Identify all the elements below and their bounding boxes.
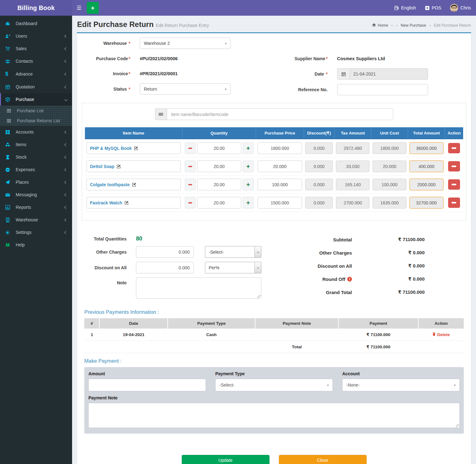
discount-on-all-input[interactable] <box>136 262 194 273</box>
account-select[interactable]: -None- ▾ <box>342 379 460 391</box>
sidebar-item-warehouse[interactable]: Warehouse <box>0 214 72 226</box>
remove-row-button[interactable] <box>448 198 460 208</box>
item-name-link[interactable]: Dettol Soap <box>90 164 114 169</box>
chevron-left-icon <box>65 85 68 88</box>
sidebar-item-advance[interactable]: $ Advance <box>0 67 72 81</box>
increase-quantity-button[interactable]: + <box>243 179 254 190</box>
sidebar-item-purchase-list[interactable]: Purchase List <box>0 106 72 116</box>
remove-row-button[interactable] <box>448 161 460 171</box>
item-search-input[interactable] <box>167 108 393 120</box>
quantity-input[interactable] <box>197 197 241 208</box>
user-menu[interactable]: Chris <box>450 4 471 12</box>
sidebar-item-purchase[interactable]: Purchase <box>0 93 72 106</box>
item-name-box: Colgate toothpaste <box>86 179 181 190</box>
sidebar-item-quotation[interactable]: Quotation <box>0 81 72 93</box>
reference-input[interactable] <box>337 84 428 95</box>
sidebar-item-stock[interactable]: Stock <box>0 151 72 163</box>
col-date: Date <box>99 318 168 329</box>
calendar-icon[interactable] <box>337 68 350 80</box>
remove-row-button[interactable] <box>448 179 460 190</box>
close-button[interactable]: Close <box>279 455 367 464</box>
purchase-code-label: Purchase Code* <box>84 56 140 61</box>
sidebar-item-accounts[interactable]: Accounts <box>0 126 72 138</box>
invoice-label: Invoice* <box>84 71 140 76</box>
warehouse-select[interactable]: Warehouse 2 ▾ <box>140 38 231 49</box>
quantity-input[interactable] <box>197 142 241 154</box>
hourglass-icon <box>5 155 13 160</box>
item-name-link[interactable]: PHP & MySQL Book <box>90 146 132 151</box>
edit-icon[interactable] <box>132 182 136 187</box>
breadcrumb-home[interactable]: Home <box>372 23 388 28</box>
account-field: Account -None- ▾ <box>342 371 460 391</box>
home-icon <box>372 23 376 28</box>
edit-purchase-return-panel: Warehouse * Warehouse 2 ▾ Purchase Code*… <box>77 32 471 464</box>
item-row: Dettol Soap + <box>85 157 463 176</box>
sidebar-item-expenses[interactable]: Expenses <box>0 163 72 176</box>
sidebar-item-help[interactable]: Help <box>0 239 72 251</box>
total-amount-input <box>410 142 443 154</box>
decrease-quantity-button[interactable] <box>185 179 196 190</box>
item-name-link[interactable]: Fastrack Watch <box>90 200 122 205</box>
status-select[interactable]: Return ▾ <box>140 83 231 95</box>
amount-input[interactable] <box>88 379 206 391</box>
quantity-input[interactable] <box>197 179 241 190</box>
date-input[interactable] <box>350 68 428 80</box>
pos-button[interactable]: POS <box>425 5 442 10</box>
edit-icon[interactable] <box>117 164 121 169</box>
hamburger-icon: ☰ <box>76 5 81 11</box>
purchase-price-input[interactable] <box>258 142 302 154</box>
payment-type-select[interactable]: -Select- ▾ <box>215 379 333 391</box>
increase-quantity-button[interactable]: + <box>243 142 254 154</box>
quick-add-button[interactable]: + <box>87 2 99 14</box>
increase-quantity-button[interactable]: + <box>243 197 254 208</box>
remove-row-button[interactable] <box>448 143 460 153</box>
sidebar-item-contacts[interactable]: Contacts <box>0 55 72 67</box>
breadcrumb: Home > > New Purchase > Edit Purchase Re… <box>372 23 471 28</box>
edit-icon[interactable] <box>134 146 138 150</box>
breadcrumb-separator: > <box>396 24 398 27</box>
quantity-input[interactable] <box>197 161 241 172</box>
list-icon <box>7 119 14 123</box>
round-off-info-icon[interactable]: i <box>347 277 352 282</box>
breadcrumb-new-purchase[interactable]: New Purchase <box>400 23 426 28</box>
purchase-return-form: Warehouse * Warehouse 2 ▾ Purchase Code*… <box>77 33 471 100</box>
breadcrumb-separator: > <box>429 24 431 27</box>
purchase-price-input[interactable] <box>258 161 302 172</box>
content-area: Edit Purchase ReturnEdit Return Purchase… <box>72 16 476 464</box>
note-textarea[interactable] <box>136 277 261 299</box>
chevron-left-icon <box>65 143 68 146</box>
minus-icon <box>452 202 456 203</box>
sidebar-item-items[interactable]: Items <box>0 138 72 151</box>
sidebar-item-settings[interactable]: Settings <box>0 226 72 239</box>
sidebar-item-sales[interactable]: Sales <box>0 42 72 55</box>
purchase-price-input[interactable] <box>258 197 302 208</box>
other-charges-input[interactable] <box>136 246 194 258</box>
increase-quantity-button[interactable]: + <box>243 161 254 172</box>
round-off-label: Round Offi <box>322 277 352 282</box>
decrease-quantity-button[interactable] <box>185 142 196 154</box>
sidebar-toggle-button[interactable]: ☰ <box>72 0 86 16</box>
round-off-value: ₹ 0.000 <box>352 276 425 282</box>
other-charges-select[interactable]: -Select- <box>205 246 261 258</box>
sidebar-item-places[interactable]: Places <box>0 176 72 188</box>
sidebar-item-purchase-returns-list[interactable]: Purchase Returns List <box>0 116 72 126</box>
decrease-quantity-button[interactable] <box>185 197 196 208</box>
edit-icon[interactable] <box>124 201 129 205</box>
language-menu[interactable]: English <box>394 5 416 10</box>
sidebar-item-dashboard[interactable]: Dashboard <box>0 17 72 30</box>
item-name-link[interactable]: Colgate toothpaste <box>90 182 130 187</box>
sidebar-item-users[interactable]: Users <box>0 30 72 42</box>
update-button[interactable]: Update <box>182 455 269 464</box>
sidebar-item-reports[interactable]: Reports <box>0 201 72 214</box>
purchase-price-input[interactable] <box>258 179 302 190</box>
payment-note-textarea[interactable] <box>88 403 460 428</box>
previous-payments-title: Previous Payments Information : <box>84 309 464 315</box>
app-logo[interactable]: Billing Book <box>0 0 72 16</box>
chevron-down-icon <box>65 98 68 101</box>
cart-icon <box>5 46 13 51</box>
decrease-quantity-button[interactable] <box>185 161 196 172</box>
delete-payment-button[interactable]: Delete <box>432 332 450 337</box>
form-right-column: Supplier Name* Cosmex Suppliers Ltd Date… <box>281 38 464 100</box>
discount-type-select[interactable]: Per% <box>205 262 261 273</box>
sidebar-item-messaging[interactable]: Messaging <box>0 188 72 201</box>
